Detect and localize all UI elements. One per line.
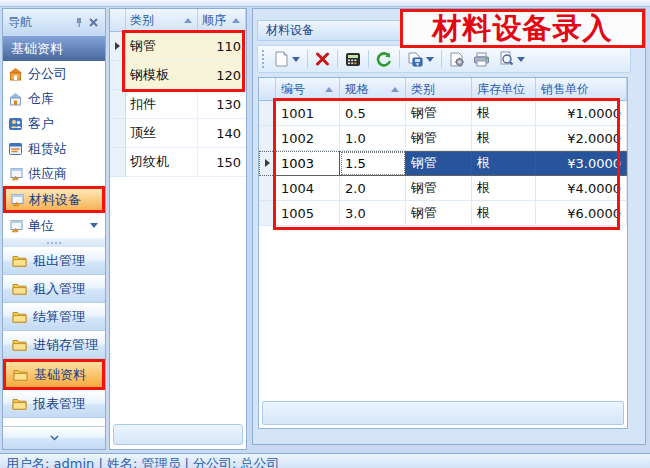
row-indicator-cell bbox=[259, 176, 276, 201]
sidebar-group-label: 结算管理 bbox=[33, 308, 85, 326]
sidebar-item-warehouse[interactable]: 仓库 bbox=[3, 86, 105, 111]
new-record-button[interactable] bbox=[271, 48, 303, 71]
order-cell[interactable]: 150 bbox=[198, 148, 246, 177]
sidebar-item-unit[interactable]: 单位 bbox=[3, 213, 105, 238]
code-cell[interactable]: 1001 bbox=[276, 101, 340, 126]
save-export-button[interactable] bbox=[404, 48, 437, 71]
stock-unit-cell[interactable]: 根 bbox=[472, 201, 536, 226]
row-indicator-header bbox=[259, 78, 276, 101]
sidebar-item-material-equipment[interactable]: 材料设备 bbox=[3, 186, 105, 213]
delete-record-icon bbox=[315, 52, 330, 66]
category-row[interactable]: 钢模板 120 bbox=[110, 61, 246, 90]
sidebar-item-customers[interactable]: 客户 bbox=[3, 111, 105, 136]
category-row[interactable]: 扣件 130 bbox=[110, 90, 246, 119]
category-row[interactable]: 切纹机 150 bbox=[110, 148, 246, 177]
category-cell[interactable]: 钢管 bbox=[126, 32, 198, 61]
category-cell[interactable]: 顶丝 bbox=[126, 119, 198, 148]
sidebar-group-reports[interactable]: 报表管理 bbox=[3, 390, 105, 418]
sidebar-group-label: 租出管理 bbox=[33, 252, 85, 270]
sidebar-collapse-button[interactable] bbox=[3, 426, 105, 449]
category-row[interactable]: 顶丝 140 bbox=[110, 119, 246, 148]
sale-price-cell[interactable]: ¥3.0000 bbox=[536, 151, 627, 176]
column-header-category[interactable]: 类别 bbox=[406, 78, 472, 101]
column-header-sale-price[interactable]: 销售单价 bbox=[536, 78, 627, 101]
spec-cell[interactable]: 0.5 bbox=[340, 101, 406, 126]
sale-price-cell[interactable]: ¥6.0000 bbox=[536, 201, 627, 226]
sidebar-item-supplier[interactable]: 供应商 bbox=[3, 161, 105, 186]
category-cell[interactable]: 钢管 bbox=[406, 151, 472, 176]
row-indicator-cell bbox=[259, 126, 276, 151]
column-header-order[interactable]: 顺序 bbox=[198, 9, 246, 32]
sidebar-group-basic-data[interactable]: 基础资料 bbox=[3, 359, 105, 390]
chevron-down-icon bbox=[50, 435, 59, 441]
sale-price-cell[interactable]: ¥2.0000 bbox=[536, 126, 627, 151]
order-cell[interactable]: 130 bbox=[198, 90, 246, 119]
stock-unit-cell[interactable]: 根 bbox=[472, 176, 536, 201]
spec-cell[interactable]: 2.0 bbox=[340, 176, 406, 201]
category-cell[interactable]: 钢管 bbox=[406, 201, 472, 226]
stock-unit-cell[interactable]: 根 bbox=[472, 151, 536, 176]
material-equipment-icon bbox=[9, 193, 24, 207]
column-header-stock-unit[interactable]: 库存单位 bbox=[472, 78, 536, 101]
code-cell[interactable]: 1005 bbox=[276, 201, 340, 226]
spec-cell-editing[interactable]: 1.5 bbox=[340, 151, 406, 176]
grid-row-selected[interactable]: 1003 1.5 钢管 根 ¥3.0000 bbox=[259, 151, 627, 176]
category-header-row: 类别 顺序 bbox=[110, 9, 246, 32]
code-cell[interactable]: 1004 bbox=[276, 176, 340, 201]
close-sidebar-button[interactable] bbox=[86, 15, 100, 29]
sale-price-cell[interactable]: ¥1.0000 bbox=[536, 101, 627, 126]
order-cell[interactable]: 120 bbox=[198, 61, 246, 90]
category-cell[interactable]: 钢管 bbox=[406, 126, 472, 151]
sort-ascending-icon bbox=[391, 87, 399, 92]
toolbar-grip[interactable] bbox=[262, 50, 267, 68]
save-export-icon bbox=[407, 52, 423, 67]
pin-icon bbox=[74, 17, 84, 28]
order-cell[interactable]: 110 bbox=[198, 32, 246, 61]
grid-row[interactable]: 1002 1.0 钢管 根 ¥2.0000 bbox=[259, 126, 627, 151]
chevron-down-icon[interactable] bbox=[90, 223, 98, 228]
print-preview-button[interactable] bbox=[495, 48, 528, 71]
delete-record-button[interactable] bbox=[312, 48, 333, 71]
sidebar-group-rent-in[interactable]: 租入管理 bbox=[3, 275, 105, 303]
sidebar-group-label: 基础资料 bbox=[34, 366, 86, 384]
grid-row[interactable]: 1004 2.0 钢管 根 ¥4.0000 bbox=[259, 176, 627, 201]
row-indicator-header bbox=[110, 9, 126, 32]
column-header-category[interactable]: 类别 bbox=[126, 9, 198, 32]
calculator-button[interactable] bbox=[342, 48, 364, 71]
category-cell[interactable]: 切纹机 bbox=[126, 148, 198, 177]
category-cell[interactable]: 钢管 bbox=[406, 101, 472, 126]
sidebar-splitter[interactable] bbox=[3, 238, 105, 247]
column-header-code[interactable]: 编号 bbox=[276, 78, 340, 101]
category-cell[interactable]: 扣件 bbox=[126, 90, 198, 119]
print-button[interactable] bbox=[470, 48, 493, 71]
page-setup-button[interactable] bbox=[446, 48, 468, 71]
sidebar-group-settlement[interactable]: 结算管理 bbox=[3, 303, 105, 331]
grid-row[interactable]: 1005 3.0 钢管 根 ¥6.0000 bbox=[259, 201, 627, 226]
code-cell[interactable]: 1002 bbox=[276, 126, 340, 151]
folder-icon bbox=[12, 255, 27, 267]
chevron-down-icon bbox=[517, 57, 525, 62]
sale-price-cell[interactable]: ¥4.0000 bbox=[536, 176, 627, 201]
grid-row[interactable]: 1001 0.5 钢管 根 ¥1.0000 bbox=[259, 101, 627, 126]
stock-unit-cell[interactable]: 根 bbox=[472, 126, 536, 151]
column-header-label: 顺序 bbox=[202, 12, 226, 29]
sidebar-item-rental-station[interactable]: 租赁站 bbox=[3, 136, 105, 161]
spec-cell[interactable]: 1.0 bbox=[340, 126, 406, 151]
sidebar-item-branch[interactable]: 分公司 bbox=[3, 61, 105, 86]
category-row[interactable]: 钢管 110 bbox=[110, 32, 246, 61]
column-header-spec[interactable]: 规格 bbox=[340, 78, 406, 101]
order-cell[interactable]: 140 bbox=[198, 119, 246, 148]
sidebar-group-inventory[interactable]: 进销存管理 bbox=[3, 331, 105, 359]
code-cell[interactable]: 1003 bbox=[276, 151, 340, 176]
refresh-button[interactable] bbox=[373, 48, 395, 71]
stock-unit-cell[interactable]: 根 bbox=[472, 101, 536, 126]
sidebar-item-label: 供应商 bbox=[28, 165, 67, 183]
sidebar-group-rent-out[interactable]: 租出管理 bbox=[3, 247, 105, 275]
spec-cell[interactable]: 3.0 bbox=[340, 201, 406, 226]
category-cell[interactable]: 钢管 bbox=[406, 176, 472, 201]
pin-button[interactable] bbox=[72, 15, 86, 29]
column-header-label: 编号 bbox=[281, 81, 305, 98]
sidebar-item-label: 单位 bbox=[28, 217, 54, 235]
toolbar-separator bbox=[307, 50, 308, 68]
category-cell[interactable]: 钢模板 bbox=[126, 61, 198, 90]
